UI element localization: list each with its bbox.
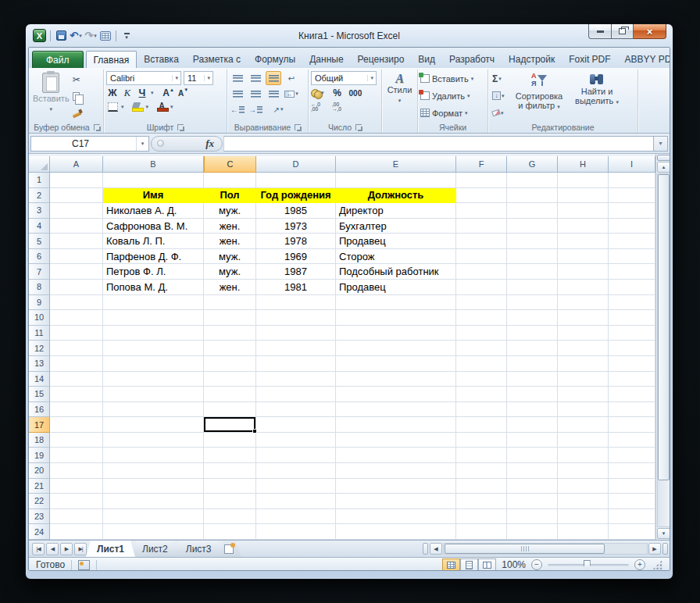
increase-decimal-button[interactable]: ←,0,00 xyxy=(311,101,323,113)
cell-I3[interactable] xyxy=(609,203,655,219)
scroll-right-button[interactable]: ▶ xyxy=(648,543,661,555)
cell-F3[interactable] xyxy=(456,203,507,219)
cell-F11[interactable] xyxy=(456,326,507,341)
cell-D10[interactable] xyxy=(256,310,336,326)
dialog-launcher-icon[interactable] xyxy=(355,124,362,130)
cell-E13[interactable] xyxy=(336,356,456,372)
cell-F9[interactable] xyxy=(456,295,507,311)
vertical-scrollbar[interactable]: ▲ ▼ xyxy=(655,154,670,540)
cell-E14[interactable] xyxy=(336,372,456,387)
cell-F12[interactable] xyxy=(456,341,507,356)
chevron-down-icon[interactable]: ▾ xyxy=(136,137,148,151)
cell-B17[interactable] xyxy=(103,417,204,433)
cell-E11[interactable] xyxy=(336,326,456,341)
zoom-in-button[interactable]: + xyxy=(634,559,645,570)
cell-B3[interactable]: Николаев А. Д. xyxy=(103,203,204,219)
chevron-down-icon[interactable]: ▾ xyxy=(616,99,619,105)
copy-button[interactable]: ▾ xyxy=(73,90,88,103)
cell-D3[interactable]: 1985 xyxy=(256,203,336,219)
cell-I9[interactable] xyxy=(609,295,655,311)
cell-B14[interactable] xyxy=(103,372,204,387)
first-sheet-button[interactable]: |◀ xyxy=(32,543,45,555)
cell-D16[interactable] xyxy=(256,402,336,418)
column-header-E[interactable]: E xyxy=(336,156,456,173)
cut-button[interactable]: ✂ xyxy=(73,73,88,86)
cell-A14[interactable] xyxy=(50,372,103,387)
cell-A1[interactable] xyxy=(50,173,103,188)
align-left-button[interactable] xyxy=(230,87,245,101)
cell-C14[interactable] xyxy=(204,372,256,387)
cell-G18[interactable] xyxy=(507,433,558,448)
chevron-down-icon[interactable]: ▾ xyxy=(50,105,53,113)
cell-E23[interactable] xyxy=(336,509,456,525)
tab-file[interactable]: Файл xyxy=(32,51,84,68)
cell-G19[interactable] xyxy=(507,448,558,463)
accounting-format-button[interactable]: ▾ xyxy=(311,87,324,99)
cell-E17[interactable] xyxy=(336,417,456,433)
cell-H13[interactable] xyxy=(558,356,609,372)
cell-B8[interactable]: Попова М. Д. xyxy=(103,280,204,295)
orientation-button[interactable]: ↗▾ xyxy=(270,102,286,116)
cell-I18[interactable] xyxy=(609,433,655,448)
chevron-down-icon[interactable]: ▾ xyxy=(471,76,474,82)
cell-F23[interactable] xyxy=(456,509,507,525)
paste-button[interactable]: Вставить ▾ xyxy=(33,70,70,121)
cell-A21[interactable] xyxy=(50,479,103,494)
cell-styles-button[interactable]: А Стили ▾ xyxy=(388,70,412,121)
chevron-down-icon[interactable]: ▾ xyxy=(146,104,149,110)
cell-D7[interactable]: 1987 xyxy=(256,264,336,280)
grow-font-button[interactable]: А▲ xyxy=(162,87,175,99)
cell-C16[interactable] xyxy=(204,402,256,418)
cell-H18[interactable] xyxy=(558,433,609,448)
cell-D22[interactable] xyxy=(256,494,336,509)
cell-E16[interactable] xyxy=(336,402,456,418)
cell-A12[interactable] xyxy=(50,341,103,356)
chevron-down-icon[interactable]: ▾ xyxy=(280,106,284,112)
redo-button[interactable]: ↷▾ xyxy=(84,29,97,43)
chevron-down-icon[interactable]: ▾ xyxy=(465,110,468,116)
decrease-decimal-button[interactable]: ,00→,0 xyxy=(332,101,345,113)
row-header-7[interactable]: 7 xyxy=(29,264,50,280)
cell-F15[interactable] xyxy=(456,387,507,402)
row-header-15[interactable]: 15 xyxy=(29,387,50,402)
cell-C2[interactable]: Пол xyxy=(204,188,256,204)
cell-E20[interactable] xyxy=(336,463,456,479)
cell-A13[interactable] xyxy=(50,356,103,372)
cell-H21[interactable] xyxy=(558,479,609,494)
next-sheet-button[interactable]: ▶ xyxy=(60,543,73,555)
row-header-22[interactable]: 22 xyxy=(29,494,50,509)
cell-D24[interactable] xyxy=(256,524,336,540)
cell-I4[interactable] xyxy=(609,219,655,234)
column-header-A[interactable]: A xyxy=(50,156,103,173)
cell-A18[interactable] xyxy=(50,433,103,448)
cell-F1[interactable] xyxy=(456,173,507,188)
cell-I14[interactable] xyxy=(609,372,655,387)
row-header-19[interactable]: 19 xyxy=(29,448,50,463)
ribbon-tab-Рецензиро[interactable]: Рецензиро xyxy=(351,51,412,68)
cell-G23[interactable] xyxy=(507,509,558,525)
cell-G5[interactable] xyxy=(507,234,558,249)
cell-C6[interactable]: муж. xyxy=(204,249,256,265)
close-button[interactable]: × xyxy=(634,24,666,39)
cell-C12[interactable] xyxy=(204,341,256,356)
cell-H9[interactable] xyxy=(558,295,609,311)
expand-formula-bar-button[interactable]: ▾ xyxy=(654,136,668,152)
cell-C22[interactable] xyxy=(204,494,256,509)
row-header-1[interactable]: 1 xyxy=(29,173,50,188)
zoom-out-button[interactable]: − xyxy=(531,559,542,570)
cell-G21[interactable] xyxy=(507,479,558,494)
zoom-slider-thumb[interactable] xyxy=(584,560,591,570)
cell-B12[interactable] xyxy=(103,341,204,356)
chevron-down-icon[interactable]: ▾ xyxy=(557,104,560,109)
ribbon-tab-Главная[interactable]: Главная xyxy=(86,51,138,68)
cell-H23[interactable] xyxy=(558,509,609,525)
cell-I16[interactable] xyxy=(609,402,655,418)
cell-G10[interactable] xyxy=(507,310,558,326)
cell-E2[interactable]: Должность xyxy=(336,188,456,204)
column-header-C[interactable]: C xyxy=(204,156,256,173)
dialog-launcher-icon[interactable] xyxy=(295,124,301,130)
column-header-B[interactable]: B xyxy=(103,156,204,173)
chevron-down-icon[interactable]: ▾ xyxy=(94,33,97,39)
row-header-9[interactable]: 9 xyxy=(29,295,50,311)
cell-H2[interactable] xyxy=(558,188,609,204)
